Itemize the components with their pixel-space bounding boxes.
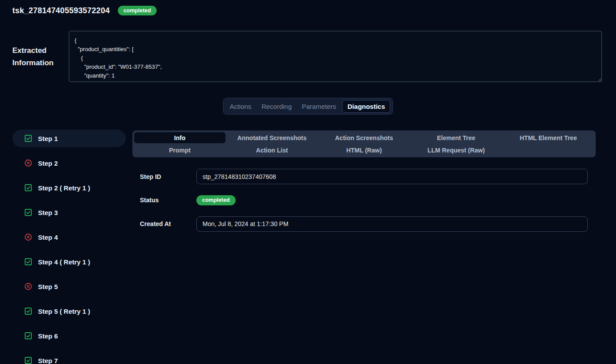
extracted-information-textarea[interactable]: { "product_quantities": [ { "product_id"…: [69, 31, 602, 82]
task-diagnostics-page: tsk_278147405593572204 completed Extract…: [0, 0, 616, 364]
info-panel: Step IDStatuscompletedCreated At: [140, 169, 588, 243]
step-label: Step 2 ( Retry 1 ): [38, 184, 90, 192]
step-item[interactable]: Step 2: [12, 154, 126, 172]
subtab-prompt[interactable]: Prompt: [134, 145, 225, 156]
subtab-action-list[interactable]: Action List: [226, 145, 318, 156]
check-square-icon: [24, 208, 33, 217]
step-label: Step 4 ( Retry 1 ): [38, 258, 90, 266]
step-item[interactable]: Step 5 ( Retry 1 ): [12, 302, 126, 320]
step-label: Step 4: [38, 234, 58, 241]
check-square-icon: [24, 307, 33, 316]
step-label: Step 7: [38, 357, 58, 364]
header: tsk_278147405593572204 completed: [12, 4, 157, 17]
field-row: Step ID: [140, 169, 588, 184]
step-label: Step 2: [38, 160, 58, 167]
check-square-icon: [24, 331, 33, 340]
tab-actions[interactable]: Actions: [225, 100, 255, 113]
step-item[interactable]: Step 3: [12, 204, 126, 221]
task-status-badge: completed: [118, 6, 157, 16]
step-item[interactable]: Step 2 ( Retry 1 ): [12, 179, 126, 197]
subtab-annotated-screenshots[interactable]: Annotated Screenshots: [226, 132, 318, 143]
step-label: Step 3: [38, 209, 58, 216]
subtab-html-raw[interactable]: HTML (Raw): [319, 145, 410, 156]
step-label: Step 5: [38, 283, 58, 290]
error-circle-icon: [24, 233, 33, 241]
subtab-llm-request-raw[interactable]: LLM Request (Raw): [410, 145, 502, 156]
page-title: tsk_278147405593572204: [12, 6, 110, 15]
check-square-icon: [24, 257, 33, 266]
tab-diagnostics[interactable]: Diagnostics: [342, 100, 391, 113]
field-row: Statuscompleted: [140, 195, 588, 205]
extracted-information-label: Extracted Information: [12, 45, 70, 69]
tab-parameters[interactable]: Parameters: [298, 100, 340, 113]
subtab-info[interactable]: Info: [134, 132, 225, 143]
subtab-html-element-tree[interactable]: HTML Element Tree: [503, 132, 594, 143]
step-label: Step 1: [38, 135, 58, 142]
error-circle-icon: [24, 282, 33, 291]
subtab-action-screenshots[interactable]: Action Screenshots: [319, 132, 410, 143]
step-item[interactable]: Step 4: [12, 228, 126, 246]
step-item[interactable]: Step 6: [12, 327, 126, 345]
step-item[interactable]: Step 4 ( Retry 1 ): [12, 253, 126, 271]
status-label: Status: [140, 197, 196, 204]
check-square-icon: [24, 183, 33, 192]
check-square-icon: [24, 134, 33, 143]
field-row: Created At: [140, 216, 588, 232]
step-id-input[interactable]: [196, 169, 588, 184]
created-at-label: Created At: [140, 220, 196, 227]
step-label: Step 5 ( Retry 1 ): [38, 308, 90, 315]
steps-list: Step 1Step 2Step 2 ( Retry 1 )Step 3Step…: [12, 130, 126, 364]
step-item[interactable]: Step 5: [12, 278, 126, 295]
subtab-element-tree[interactable]: Element Tree: [410, 132, 502, 143]
created-at-input[interactable]: [196, 216, 588, 232]
step-id-label: Step ID: [140, 173, 196, 180]
step-item[interactable]: Step 1: [12, 130, 126, 147]
step-item[interactable]: Step 7: [12, 352, 126, 364]
error-circle-icon: [24, 159, 33, 167]
diagnostics-tabs: InfoAnnotated ScreenshotsAction Screensh…: [132, 130, 596, 157]
tab-recording[interactable]: Recording: [258, 100, 296, 113]
main-tabs: ActionsRecordingParametersDiagnostics: [223, 98, 393, 115]
status-badge: completed: [196, 195, 236, 205]
step-label: Step 6: [38, 332, 58, 340]
check-square-icon: [24, 356, 33, 364]
